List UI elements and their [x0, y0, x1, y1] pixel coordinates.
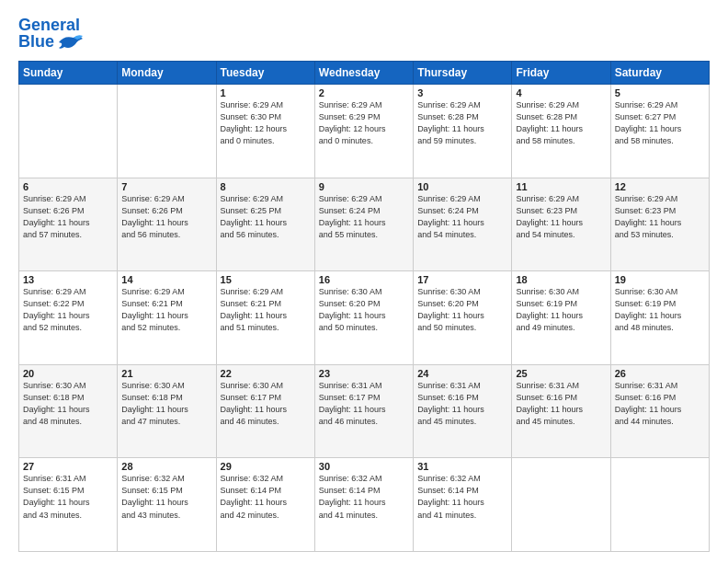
calendar-cell: 18Sunrise: 6:30 AM Sunset: 6:19 PM Dayli… [512, 271, 610, 365]
week-row-3: 20Sunrise: 6:30 AM Sunset: 6:18 PM Dayli… [19, 364, 710, 458]
day-number: 20 [23, 368, 113, 379]
day-info: Sunrise: 6:29 AM Sunset: 6:28 PM Dayligh… [417, 99, 507, 147]
calendar-cell: 8Sunrise: 6:29 AM Sunset: 6:25 PM Daylig… [216, 178, 314, 271]
day-number: 31 [417, 461, 507, 472]
day-info: Sunrise: 6:30 AM Sunset: 6:19 PM Dayligh… [516, 286, 606, 334]
calendar-cell: 14Sunrise: 6:29 AM Sunset: 6:21 PM Dayli… [118, 271, 216, 365]
calendar-cell: 12Sunrise: 6:29 AM Sunset: 6:23 PM Dayli… [610, 178, 709, 271]
calendar-cell: 28Sunrise: 6:32 AM Sunset: 6:15 PM Dayli… [118, 458, 216, 552]
day-number: 7 [121, 181, 211, 192]
day-number: 4 [516, 87, 606, 98]
calendar-cell: 24Sunrise: 6:31 AM Sunset: 6:16 PM Dayli… [414, 364, 512, 458]
weekday-header-wednesday: Wednesday [314, 62, 413, 85]
calendar-cell: 22Sunrise: 6:30 AM Sunset: 6:17 PM Dayli… [216, 364, 314, 458]
day-number: 19 [615, 274, 705, 285]
calendar-cell: 23Sunrise: 6:31 AM Sunset: 6:17 PM Dayli… [314, 364, 413, 458]
day-info: Sunrise: 6:29 AM Sunset: 6:30 PM Dayligh… [221, 99, 311, 147]
day-info: Sunrise: 6:29 AM Sunset: 6:24 PM Dayligh… [319, 193, 409, 241]
day-number: 1 [221, 87, 311, 98]
calendar-cell: 19Sunrise: 6:30 AM Sunset: 6:19 PM Dayli… [610, 271, 709, 365]
calendar-cell: 27Sunrise: 6:31 AM Sunset: 6:15 PM Dayli… [19, 458, 118, 552]
day-number: 8 [221, 181, 311, 192]
weekday-header-monday: Monday [118, 62, 216, 85]
calendar-cell: 7Sunrise: 6:29 AM Sunset: 6:26 PM Daylig… [118, 178, 216, 271]
day-info: Sunrise: 6:29 AM Sunset: 6:26 PM Dayligh… [121, 193, 211, 241]
day-info: Sunrise: 6:30 AM Sunset: 6:17 PM Dayligh… [221, 380, 311, 428]
day-number: 11 [516, 181, 606, 192]
day-number: 23 [319, 368, 409, 379]
day-info: Sunrise: 6:29 AM Sunset: 6:27 PM Dayligh… [615, 99, 705, 147]
day-info: Sunrise: 6:29 AM Sunset: 6:23 PM Dayligh… [615, 193, 705, 241]
day-info: Sunrise: 6:29 AM Sunset: 6:21 PM Dayligh… [121, 286, 211, 334]
calendar-cell: 29Sunrise: 6:32 AM Sunset: 6:14 PM Dayli… [216, 458, 314, 552]
day-number: 6 [23, 181, 113, 192]
calendar-cell [512, 458, 610, 552]
calendar-cell: 3Sunrise: 6:29 AM Sunset: 6:28 PM Daylig… [414, 85, 512, 178]
day-info: Sunrise: 6:30 AM Sunset: 6:19 PM Dayligh… [615, 286, 705, 334]
day-number: 27 [23, 461, 113, 472]
day-info: Sunrise: 6:30 AM Sunset: 6:18 PM Dayligh… [121, 380, 211, 428]
calendar-cell: 25Sunrise: 6:31 AM Sunset: 6:16 PM Dayli… [512, 364, 610, 458]
calendar-cell: 16Sunrise: 6:30 AM Sunset: 6:20 PM Dayli… [314, 271, 413, 365]
day-number: 9 [319, 181, 409, 192]
calendar-cell: 30Sunrise: 6:32 AM Sunset: 6:14 PM Dayli… [314, 458, 413, 552]
day-number: 21 [121, 368, 211, 379]
calendar-cell: 10Sunrise: 6:29 AM Sunset: 6:24 PM Dayli… [414, 178, 512, 271]
header: General Blue [18, 17, 710, 52]
day-info: Sunrise: 6:30 AM Sunset: 6:20 PM Dayligh… [319, 286, 409, 334]
day-number: 3 [417, 87, 507, 98]
calendar-cell: 4Sunrise: 6:29 AM Sunset: 6:28 PM Daylig… [512, 85, 610, 178]
day-info: Sunrise: 6:29 AM Sunset: 6:26 PM Dayligh… [23, 193, 113, 241]
day-info: Sunrise: 6:31 AM Sunset: 6:16 PM Dayligh… [615, 380, 705, 428]
calendar-cell: 11Sunrise: 6:29 AM Sunset: 6:23 PM Dayli… [512, 178, 610, 271]
logo-bird-icon [57, 33, 85, 52]
day-info: Sunrise: 6:29 AM Sunset: 6:29 PM Dayligh… [319, 99, 409, 147]
weekday-header-row: SundayMondayTuesdayWednesdayThursdayFrid… [19, 62, 710, 85]
weekday-header-saturday: Saturday [610, 62, 709, 85]
day-info: Sunrise: 6:32 AM Sunset: 6:14 PM Dayligh… [319, 473, 409, 521]
day-info: Sunrise: 6:32 AM Sunset: 6:15 PM Dayligh… [121, 473, 211, 521]
week-row-2: 13Sunrise: 6:29 AM Sunset: 6:22 PM Dayli… [19, 271, 710, 365]
calendar-cell: 20Sunrise: 6:30 AM Sunset: 6:18 PM Dayli… [19, 364, 118, 458]
day-number: 10 [417, 181, 507, 192]
page: General Blue SundayMondayTuesdayWednesda… [0, 0, 728, 563]
day-number: 15 [221, 274, 311, 285]
day-info: Sunrise: 6:31 AM Sunset: 6:16 PM Dayligh… [417, 380, 507, 428]
calendar-cell [118, 85, 216, 178]
day-info: Sunrise: 6:31 AM Sunset: 6:16 PM Dayligh… [516, 380, 606, 428]
day-info: Sunrise: 6:32 AM Sunset: 6:14 PM Dayligh… [221, 473, 311, 521]
day-number: 14 [121, 274, 211, 285]
day-number: 25 [516, 368, 606, 379]
day-info: Sunrise: 6:29 AM Sunset: 6:22 PM Dayligh… [23, 286, 113, 334]
day-info: Sunrise: 6:31 AM Sunset: 6:17 PM Dayligh… [319, 380, 409, 428]
day-info: Sunrise: 6:31 AM Sunset: 6:15 PM Dayligh… [23, 473, 113, 521]
day-info: Sunrise: 6:29 AM Sunset: 6:25 PM Dayligh… [221, 193, 311, 241]
day-number: 16 [319, 274, 409, 285]
day-number: 29 [221, 461, 311, 472]
day-info: Sunrise: 6:32 AM Sunset: 6:14 PM Dayligh… [417, 473, 507, 521]
calendar-cell: 6Sunrise: 6:29 AM Sunset: 6:26 PM Daylig… [19, 178, 118, 271]
day-number: 5 [615, 87, 705, 98]
day-number: 22 [221, 368, 311, 379]
day-number: 2 [319, 87, 409, 98]
day-info: Sunrise: 6:29 AM Sunset: 6:21 PM Dayligh… [221, 286, 311, 334]
logo-blue: Blue [18, 33, 85, 52]
calendar-cell: 1Sunrise: 6:29 AM Sunset: 6:30 PM Daylig… [216, 85, 314, 178]
calendar-cell [19, 85, 118, 178]
day-number: 26 [615, 368, 705, 379]
week-row-1: 6Sunrise: 6:29 AM Sunset: 6:26 PM Daylig… [19, 178, 710, 271]
day-number: 24 [417, 368, 507, 379]
calendar-cell: 31Sunrise: 6:32 AM Sunset: 6:14 PM Dayli… [414, 458, 512, 552]
calendar-cell: 9Sunrise: 6:29 AM Sunset: 6:24 PM Daylig… [314, 178, 413, 271]
calendar-cell: 15Sunrise: 6:29 AM Sunset: 6:21 PM Dayli… [216, 271, 314, 365]
day-info: Sunrise: 6:30 AM Sunset: 6:20 PM Dayligh… [417, 286, 507, 334]
weekday-header-tuesday: Tuesday [216, 62, 314, 85]
logo: General Blue [18, 17, 85, 52]
calendar-cell: 26Sunrise: 6:31 AM Sunset: 6:16 PM Dayli… [610, 364, 709, 458]
calendar-cell: 5Sunrise: 6:29 AM Sunset: 6:27 PM Daylig… [610, 85, 709, 178]
calendar-cell: 2Sunrise: 6:29 AM Sunset: 6:29 PM Daylig… [314, 85, 413, 178]
day-number: 18 [516, 274, 606, 285]
day-number: 17 [417, 274, 507, 285]
calendar-cell: 21Sunrise: 6:30 AM Sunset: 6:18 PM Dayli… [118, 364, 216, 458]
day-number: 28 [121, 461, 211, 472]
